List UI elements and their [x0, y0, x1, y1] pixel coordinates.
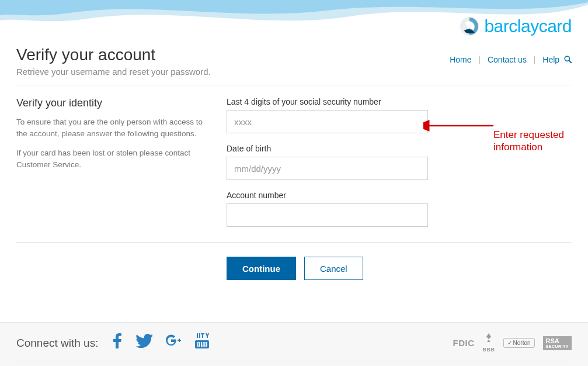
cancel-button[interactable]: Cancel	[304, 257, 363, 280]
sidebar-text-2: If your card has been lost or stolen ple…	[16, 147, 209, 170]
norton-badge: ✓Norton	[503, 338, 535, 348]
ssn-label: Last 4 digits of your social security nu…	[227, 97, 428, 106]
page-title: Verify your account	[16, 46, 572, 64]
annotation-text: Enter requested information	[493, 129, 581, 154]
youtube-icon[interactable]	[195, 333, 209, 353]
dob-input[interactable]	[227, 157, 428, 180]
brand-logo: barclaycard	[460, 16, 572, 36]
barclaycard-logo-icon	[460, 16, 479, 36]
verify-form: Last 4 digits of your social security nu…	[227, 97, 428, 237]
rsa-badge: RSASECURITY	[543, 336, 572, 350]
divider	[16, 242, 572, 243]
account-input[interactable]	[227, 203, 428, 227]
brand-name: barclaycard	[484, 16, 572, 36]
sidebar-heading: Verify your identity	[16, 97, 209, 109]
dob-label: Date of birth	[227, 144, 428, 153]
facebook-icon[interactable]	[111, 333, 123, 353]
continue-button[interactable]: Continue	[227, 257, 296, 280]
sidebar-text-1: To ensure that you are the only person w…	[16, 116, 209, 139]
connect-label: Connect with us:	[16, 337, 98, 350]
sidebar: Verify your identity To ensure that you …	[16, 97, 209, 237]
page-subtitle: Retrieve your username and reset your pa…	[16, 67, 572, 77]
fdic-badge: FDIC	[453, 338, 475, 348]
account-label: Account number	[227, 191, 428, 200]
bbb-badge: BBB	[483, 333, 495, 353]
twitter-icon[interactable]	[135, 334, 153, 352]
ssn-input[interactable]	[227, 110, 428, 133]
divider	[16, 85, 572, 85]
googleplus-icon[interactable]	[166, 333, 182, 353]
footer: Connect with us: FDIC BBB ✓Norton RSASEC…	[0, 322, 588, 366]
